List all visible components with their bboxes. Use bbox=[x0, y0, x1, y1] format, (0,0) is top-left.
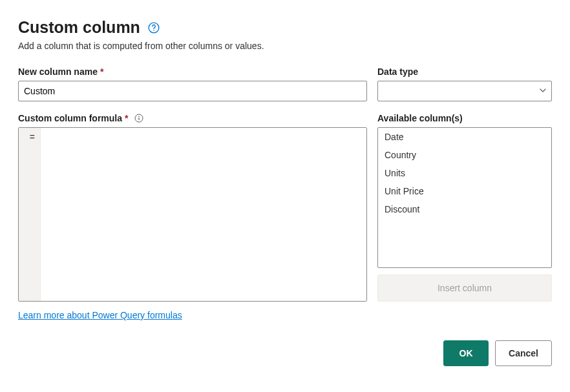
available-columns-list: Date Country Units Unit Price Discount bbox=[377, 127, 552, 268]
column-item[interactable]: Unit Price bbox=[378, 182, 551, 200]
required-asterisk: * bbox=[125, 113, 128, 123]
ok-button[interactable]: OK bbox=[443, 340, 489, 366]
column-item[interactable]: Date bbox=[378, 128, 551, 146]
formula-gutter: = bbox=[19, 128, 41, 301]
svg-point-3 bbox=[139, 116, 140, 118]
column-item[interactable]: Discount bbox=[378, 200, 551, 218]
new-column-name-input[interactable] bbox=[18, 81, 367, 101]
data-type-label: Data type bbox=[377, 67, 552, 77]
column-item[interactable]: Country bbox=[378, 146, 551, 164]
svg-rect-4 bbox=[139, 118, 140, 120]
formula-editor[interactable]: = bbox=[18, 127, 367, 302]
cancel-button[interactable]: Cancel bbox=[495, 340, 552, 366]
dialog-title: Custom column bbox=[18, 18, 140, 37]
formula-textarea[interactable] bbox=[41, 128, 366, 301]
column-item[interactable]: Units bbox=[378, 164, 551, 182]
available-columns-label: Available column(s) bbox=[377, 113, 552, 123]
insert-column-button[interactable]: Insert column bbox=[377, 274, 552, 302]
formula-label: Custom column formula * bbox=[18, 113, 367, 123]
required-asterisk: * bbox=[100, 67, 103, 77]
dialog-subtitle: Add a column that is computed from other… bbox=[18, 41, 552, 51]
new-column-name-label: New column name * bbox=[18, 67, 367, 77]
info-icon[interactable] bbox=[134, 114, 143, 123]
help-icon[interactable] bbox=[148, 22, 160, 34]
svg-point-1 bbox=[153, 30, 154, 31]
data-type-select[interactable] bbox=[377, 81, 552, 101]
learn-more-link[interactable]: Learn more about Power Query formulas bbox=[18, 310, 182, 320]
